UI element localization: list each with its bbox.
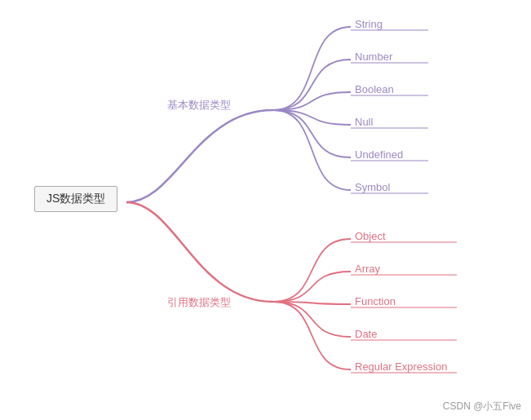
leaf-boolean: Boolean: [355, 83, 394, 95]
basic-branch-label: 基本数据类型: [167, 98, 231, 113]
leaf-null: Null: [355, 116, 373, 128]
leaf-date: Date: [355, 328, 377, 340]
reference-branch-label: 引用数据类型: [167, 295, 231, 310]
watermark: CSDN @小五Five: [443, 400, 521, 413]
leaf-undefined: Undefined: [355, 148, 403, 161]
leaf-number: Number: [355, 51, 392, 63]
leaf-array: Array: [355, 263, 380, 275]
leaf-symbol: Symbol: [355, 181, 390, 193]
leaf-string: String: [355, 18, 383, 30]
leaf-function: Function: [355, 295, 396, 307]
leaf-regexp: Regular Expression: [355, 360, 447, 373]
leaf-object: Object: [355, 230, 386, 242]
root-label: JS数据类型: [34, 186, 117, 212]
